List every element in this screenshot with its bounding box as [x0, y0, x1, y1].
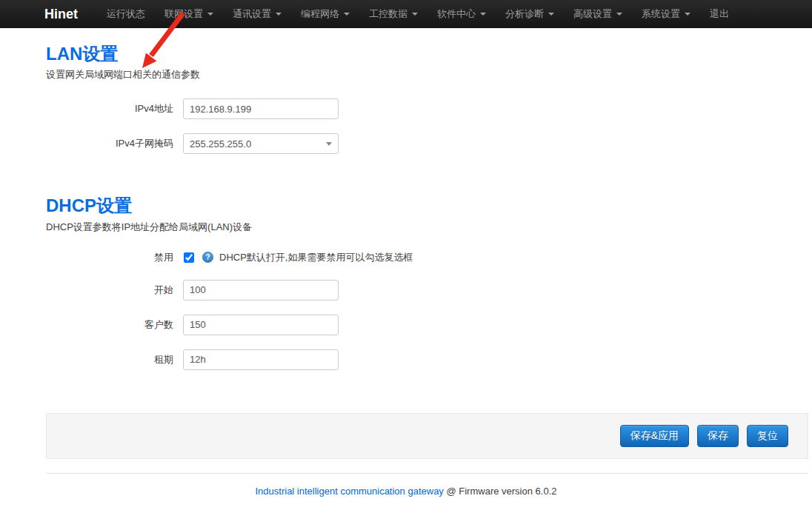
- footer-version-text: @ Firmware version 6.0.2: [444, 486, 557, 497]
- nav-item-industrial-data[interactable]: 工控数据: [359, 0, 427, 28]
- ipv4-netmask-select[interactable]: 255.255.255.0: [183, 133, 339, 154]
- save-apply-button[interactable]: 保存&应用: [620, 425, 689, 447]
- lan-section-subtitle: 设置网关局域网端口相关的通信参数: [46, 68, 808, 81]
- question-circle-icon: ?: [202, 252, 213, 263]
- nav-item-label: 联网设置: [164, 0, 203, 28]
- dhcp-limit-label: 客户数: [46, 318, 183, 332]
- chevron-down-icon: [412, 13, 418, 16]
- chevron-down-icon: [276, 13, 282, 16]
- dhcp-start-label: 开始: [46, 283, 183, 297]
- nav-item-label: 高级设置: [573, 0, 612, 28]
- chevron-down-icon: [685, 13, 690, 16]
- nav-item-label: 系统设置: [642, 0, 680, 28]
- dhcp-limit-row: 客户数: [46, 315, 808, 335]
- nav-item-logout[interactable]: 退出: [700, 0, 739, 28]
- nav-menu: 运行状态 联网设置 通讯设置 编程网络 工控数据 软件中心 分析诊断 高级设置: [97, 0, 739, 28]
- nav-item-system-settings[interactable]: 系统设置: [632, 0, 700, 28]
- chevron-down-icon: [480, 13, 486, 16]
- footer-link[interactable]: Industrial intelligent communication gat…: [256, 486, 444, 497]
- nav-item-comm-settings[interactable]: 通讯设置: [223, 0, 291, 28]
- ipv4-address-label: IPv4地址: [46, 102, 183, 115]
- dhcp-disable-checkbox[interactable]: [184, 252, 194, 263]
- nav-item-programming-network[interactable]: 编程网络: [291, 0, 359, 28]
- dhcp-start-row: 开始: [46, 280, 808, 301]
- nav-item-network-settings[interactable]: 联网设置: [155, 0, 223, 28]
- dhcp-section-title: DHCP设置: [46, 196, 808, 215]
- dhcp-disable-label: 禁用: [46, 251, 183, 264]
- ipv4-address-row: IPv4地址: [46, 98, 808, 119]
- dhcp-leasetime-row: 租期: [46, 349, 808, 370]
- ipv4-address-input[interactable]: [183, 98, 339, 119]
- nav-item-label: 软件中心: [437, 0, 476, 28]
- reset-button[interactable]: 复位: [747, 425, 788, 447]
- chevron-down-icon: [344, 13, 350, 16]
- action-bar: 保存&应用 保存 复位: [46, 413, 808, 459]
- footer: Industrial intelligent communication gat…: [0, 474, 812, 497]
- main-content: LAN设置 设置网关局域网端口相关的通信参数 IPv4地址 IPv4子网掩码 2…: [46, 44, 808, 370]
- chevron-down-icon: [207, 13, 213, 16]
- dhcp-section-subtitle: DHCP设置参数将IP地址分配给局域网(LAN)设备: [46, 221, 808, 234]
- nav-item-advanced-settings[interactable]: 高级设置: [564, 0, 632, 28]
- dhcp-limit-input[interactable]: [183, 315, 339, 335]
- chevron-down-icon: [616, 13, 622, 16]
- dhcp-leasetime-input[interactable]: [183, 349, 339, 370]
- chevron-down-icon: [548, 13, 554, 16]
- top-navbar: Hinet 运行状态 联网设置 通讯设置 编程网络 工控数据 软件中心 分析诊断: [0, 0, 812, 28]
- nav-item-run-status[interactable]: 运行状态: [97, 0, 155, 28]
- nav-item-label: 通讯设置: [233, 0, 271, 28]
- lan-section-title: LAN设置: [46, 44, 808, 64]
- nav-item-label: 分析诊断: [505, 0, 544, 28]
- nav-item-software-center[interactable]: 软件中心: [427, 0, 496, 28]
- nav-item-label: 退出: [710, 0, 729, 28]
- dhcp-disable-row: 禁用 ? DHCP默认打开,如果需要禁用可以勾选复选框: [46, 251, 808, 264]
- brand-logo[interactable]: Hinet: [44, 0, 78, 28]
- ipv4-netmask-row: IPv4子网掩码 255.255.255.0: [46, 133, 808, 154]
- nav-item-label: 编程网络: [301, 0, 339, 28]
- ipv4-netmask-label: IPv4子网掩码: [46, 137, 183, 150]
- dhcp-start-input[interactable]: [183, 280, 339, 301]
- dhcp-leasetime-label: 租期: [46, 353, 183, 366]
- nav-item-label: 运行状态: [107, 0, 145, 28]
- nav-item-label: 工控数据: [369, 0, 407, 28]
- ipv4-netmask-select-wrap: 255.255.255.0: [183, 133, 339, 154]
- dhcp-disable-help-text: DHCP默认打开,如果需要禁用可以勾选复选框: [219, 251, 413, 264]
- nav-item-analysis-diagnosis[interactable]: 分析诊断: [496, 0, 564, 28]
- save-button[interactable]: 保存: [697, 425, 739, 447]
